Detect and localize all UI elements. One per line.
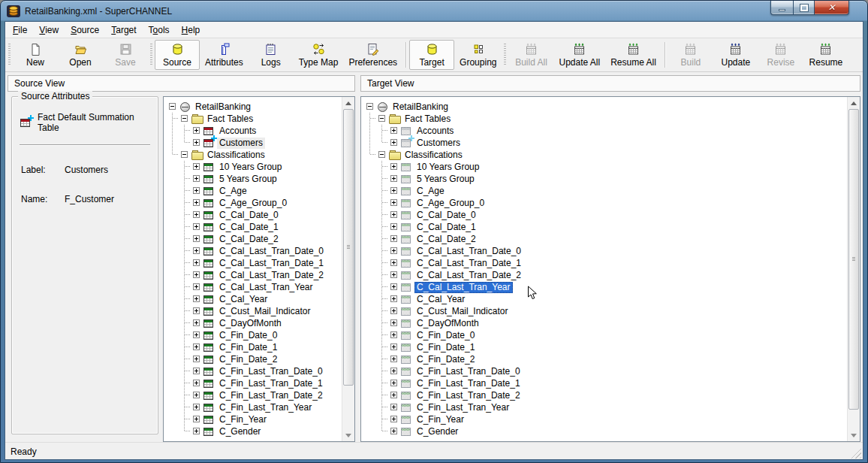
tree-item-fact-tables[interactable]: Fact Tables xyxy=(364,113,847,125)
tree-item-fact-tables[interactable]: Fact Tables xyxy=(167,113,342,125)
expander-plus-icon[interactable] xyxy=(193,211,200,218)
titlebar[interactable]: RetailBanking.xml - SuperCHANNEL ✕ xyxy=(1,1,867,21)
tree-item-c-cal-date-2[interactable]: C_Cal_Date_2 xyxy=(364,233,847,245)
scroll-down-button[interactable] xyxy=(342,429,354,441)
expander-plus-icon[interactable] xyxy=(193,343,200,350)
expander-plus-icon[interactable] xyxy=(390,404,397,410)
expander-plus-icon[interactable] xyxy=(193,356,200,362)
expander-plus-icon[interactable] xyxy=(193,175,200,182)
menu-file[interactable]: File xyxy=(7,23,33,38)
expander-plus-icon[interactable] xyxy=(193,319,200,326)
menu-view[interactable]: View xyxy=(33,23,65,38)
expander-plus-icon[interactable] xyxy=(390,187,397,194)
expander-plus-icon[interactable] xyxy=(390,319,397,326)
menu-source[interactable]: Source xyxy=(65,23,105,38)
tree-item-c-fin-last-tran-year[interactable]: C_Fin_Last_Tran_Year xyxy=(364,401,847,413)
tree-item-c-fin-date-1[interactable]: C_Fin_Date_1 xyxy=(167,341,342,353)
tree-item-c-dayofmonth[interactable]: C_DayOfMonth xyxy=(167,317,342,329)
toolbar-button-build[interactable]: Build xyxy=(668,40,713,70)
toolbar-button-build-all[interactable]: Build All xyxy=(508,40,553,70)
expander-plus-icon[interactable] xyxy=(390,356,397,362)
expander-plus-icon[interactable] xyxy=(390,428,397,434)
tree-item-c-cust-mail-indicator[interactable]: C_Cust_Mail_Indicator xyxy=(364,305,847,317)
tree-item-c-fin-date-2[interactable]: C_Fin_Date_2 xyxy=(364,353,847,365)
tree-item-c-cal-last-tran-date-2[interactable]: C_Cal_Last_Tran_Date_2 xyxy=(364,269,847,281)
tree-item-c-fin-last-tran-date-2[interactable]: C_Fin_Last_Tran_Date_2 xyxy=(364,389,847,401)
tree-item-customers[interactable]: Customers xyxy=(364,137,847,149)
tree-item-c-cal-last-tran-date-0[interactable]: C_Cal_Last_Tran_Date_0 xyxy=(364,245,847,257)
toolbar-button-target[interactable]: Target xyxy=(409,40,454,70)
menu-help[interactable]: Help xyxy=(176,23,206,38)
tree-item-c-age[interactable]: C_Age xyxy=(364,185,847,197)
expander-plus-icon[interactable] xyxy=(193,247,200,254)
expander-plus-icon[interactable] xyxy=(390,283,397,290)
tree-item-c-fin-year[interactable]: C_Fin_Year xyxy=(364,413,847,425)
menu-tools[interactable]: Tools xyxy=(143,23,176,38)
tree-item-c-age-group-0[interactable]: C_Age_Group_0 xyxy=(167,197,342,209)
tree-item-accounts[interactable]: Accounts xyxy=(167,125,342,137)
expander-plus-icon[interactable] xyxy=(390,223,397,230)
expander-plus-icon[interactable] xyxy=(193,139,200,146)
tree-item-c-gender[interactable]: C_Gender xyxy=(364,425,847,437)
scrollbar-thumb[interactable] xyxy=(343,109,354,386)
tree-item-10-years-group[interactable]: 10 Years Group xyxy=(167,161,342,173)
expander-plus-icon[interactable] xyxy=(193,416,200,422)
expander-plus-icon[interactable] xyxy=(193,368,200,374)
tree-item-c-cal-date-2[interactable]: C_Cal_Date_2 xyxy=(167,233,342,245)
toolbar-button-grouping[interactable]: Grouping xyxy=(454,40,502,70)
tree-item-c-fin-year[interactable]: C_Fin_Year xyxy=(167,413,342,425)
scroll-up-button[interactable] xyxy=(848,97,860,109)
tree-item-accounts[interactable]: Accounts xyxy=(364,125,847,137)
tree-item-classifications[interactable]: Classifications xyxy=(364,149,847,161)
expander-plus-icon[interactable] xyxy=(193,295,200,302)
tree-item-classifications[interactable]: Classifications xyxy=(167,149,342,161)
minimize-button[interactable] xyxy=(770,1,793,15)
toolbar-button-update-all[interactable]: Update All xyxy=(553,40,605,70)
expander-plus-icon[interactable] xyxy=(193,259,200,266)
source-tree-scrollbar[interactable] xyxy=(342,97,354,441)
tree-item-c-fin-last-tran-date-0[interactable]: C_Fin_Last_Tran_Date_0 xyxy=(167,365,342,377)
expander-plus-icon[interactable] xyxy=(193,404,200,410)
expander-plus-icon[interactable] xyxy=(193,380,200,386)
expander-plus-icon[interactable] xyxy=(193,163,200,170)
expander-plus-icon[interactable] xyxy=(390,331,397,338)
expander-minus-icon[interactable] xyxy=(366,103,373,110)
tree-item-c-fin-last-tran-date-0[interactable]: C_Fin_Last_Tran_Date_0 xyxy=(364,365,847,377)
tree-item-c-cal-last-tran-date-2[interactable]: C_Cal_Last_Tran_Date_2 xyxy=(167,269,342,281)
expander-plus-icon[interactable] xyxy=(390,247,397,254)
tree-item-c-cal-date-0[interactable]: C_Cal_Date_0 xyxy=(364,209,847,221)
expander-plus-icon[interactable] xyxy=(390,271,397,278)
expander-plus-icon[interactable] xyxy=(390,259,397,266)
expander-plus-icon[interactable] xyxy=(193,223,200,230)
expander-plus-icon[interactable] xyxy=(390,380,397,386)
scroll-up-button[interactable] xyxy=(342,97,354,109)
expander-plus-icon[interactable] xyxy=(390,127,397,134)
tree-item-c-fin-last-tran-date-1[interactable]: C_Fin_Last_Tran_Date_1 xyxy=(364,377,847,389)
tree-item-c-dayofmonth[interactable]: C_DayOfMonth xyxy=(364,317,847,329)
tree-item-5-years-group[interactable]: 5 Years Group xyxy=(364,173,847,185)
tree-item-c-fin-last-tran-year[interactable]: C_Fin_Last_Tran_Year xyxy=(167,401,342,413)
expander-plus-icon[interactable] xyxy=(390,211,397,218)
tree-item-c-fin-date-2[interactable]: C_Fin_Date_2 xyxy=(167,353,342,365)
expander-plus-icon[interactable] xyxy=(193,271,200,278)
toolbar-button-attributes[interactable]: Attributes xyxy=(200,40,249,70)
expander-plus-icon[interactable] xyxy=(390,392,397,398)
toolbar-button-save[interactable]: Save xyxy=(103,40,148,70)
toolbar-button-logs[interactable]: Logs xyxy=(249,40,294,70)
tree-item-c-age-group-0[interactable]: C_Age_Group_0 xyxy=(364,197,847,209)
tree-item-c-fin-last-tran-date-2[interactable]: C_Fin_Last_Tran_Date_2 xyxy=(167,389,342,401)
menu-target[interactable]: Target xyxy=(105,23,142,38)
tree-item-c-cal-date-0[interactable]: C_Cal_Date_0 xyxy=(167,209,342,221)
expander-plus-icon[interactable] xyxy=(193,187,200,194)
expander-plus-icon[interactable] xyxy=(193,283,200,290)
expander-plus-icon[interactable] xyxy=(193,235,200,242)
scrollbar-thumb[interactable] xyxy=(848,109,859,410)
scroll-down-button[interactable] xyxy=(848,429,860,441)
tree-item-retailbanking[interactable]: RetailBanking xyxy=(364,101,847,113)
tree-item-c-cal-last-tran-date-1[interactable]: C_Cal_Last_Tran_Date_1 xyxy=(167,257,342,269)
resize-grip[interactable] xyxy=(851,448,861,458)
target-tree-scrollbar[interactable] xyxy=(847,97,860,441)
expander-plus-icon[interactable] xyxy=(390,235,397,242)
toolbar-button-update[interactable]: Update xyxy=(713,40,758,70)
expander-plus-icon[interactable] xyxy=(390,175,397,182)
